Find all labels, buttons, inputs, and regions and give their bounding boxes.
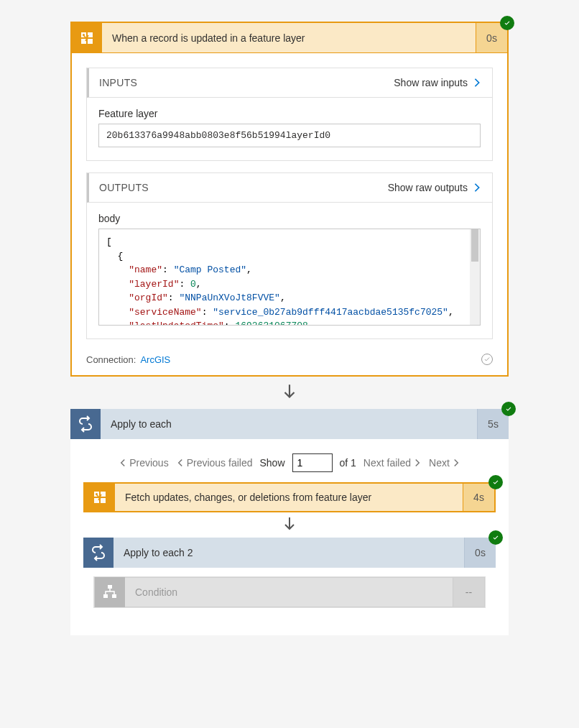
pager-previous-failed[interactable]: Previous failed xyxy=(176,457,253,469)
trigger-body: INPUTS Show raw inputs Feature layer 20b… xyxy=(72,53,507,354)
condition-card[interactable]: Condition -- xyxy=(93,576,486,608)
outputs-label: OUTPUTS xyxy=(99,182,388,193)
success-badge xyxy=(488,475,503,489)
trigger-header[interactable]: When a record is updated in a feature la… xyxy=(72,23,507,53)
iteration-pager: Previous Previous failed Show of 1 Next … xyxy=(83,449,496,482)
loop-body: Previous Previous failed Show of 1 Next … xyxy=(70,439,509,635)
arcgis-icon xyxy=(72,23,102,53)
pager-next-failed[interactable]: Next failed xyxy=(363,457,422,469)
inputs-section: INPUTS Show raw inputs Feature layer 20b… xyxy=(86,68,493,161)
checkmark-icon xyxy=(491,478,500,487)
success-badge xyxy=(488,530,503,545)
chevron-left-icon xyxy=(119,459,127,467)
connection-row: Connection: ArcGIS xyxy=(72,354,507,375)
loop2-body: Condition -- xyxy=(83,568,496,618)
condition-icon xyxy=(95,577,125,607)
connection-link[interactable]: ArcGIS xyxy=(140,354,170,365)
checkmark-icon xyxy=(491,533,500,542)
pager-previous[interactable]: Previous xyxy=(119,457,168,469)
json-body-preview[interactable]: [ { "name": "Camp Posted", "layerId": 0,… xyxy=(98,229,481,326)
chevron-right-icon xyxy=(472,183,482,193)
chevron-right-icon xyxy=(472,78,482,88)
show-raw-inputs-link[interactable]: Show raw inputs xyxy=(394,77,482,88)
loop2-header[interactable]: Apply to each 2 0s xyxy=(83,538,496,568)
chevron-right-icon xyxy=(452,459,460,467)
pager-show-label: Show xyxy=(259,457,284,469)
svg-rect-2 xyxy=(108,585,112,589)
svg-rect-3 xyxy=(103,594,108,598)
pager-page-input[interactable] xyxy=(292,453,333,472)
svg-rect-4 xyxy=(112,594,116,598)
fetch-header[interactable]: Fetch updates, changes, or deletions fro… xyxy=(83,482,496,512)
outputs-header: OUTPUTS Show raw outputs xyxy=(87,173,492,203)
flow-arrow xyxy=(280,382,299,403)
trigger-card[interactable]: When a record is updated in a feature la… xyxy=(70,22,509,377)
arcgis-icon xyxy=(85,482,115,512)
loop-title: Apply to each xyxy=(101,418,477,430)
chevron-right-icon xyxy=(413,459,422,467)
inputs-label: INPUTS xyxy=(99,77,394,88)
success-badge xyxy=(501,402,516,416)
loop2-title: Apply to each 2 xyxy=(114,547,464,558)
loop-icon xyxy=(83,538,114,568)
connection-ok-icon xyxy=(481,354,493,365)
condition-duration: -- xyxy=(453,578,484,607)
trigger-title: When a record is updated in a feature la… xyxy=(102,32,476,44)
loop-icon xyxy=(70,409,101,439)
apply-to-each-card[interactable]: Apply to each 5s Previous Previous faile… xyxy=(70,409,509,635)
connection-label: Connection: xyxy=(86,354,136,365)
chevron-left-icon xyxy=(176,459,185,467)
show-raw-outputs-link[interactable]: Show raw outputs xyxy=(388,182,482,193)
checkmark-icon xyxy=(503,19,511,27)
fetch-title: Fetch updates, changes, or deletions fro… xyxy=(115,492,463,503)
feature-layer-label: Feature layer xyxy=(98,108,481,119)
inputs-header: INPUTS Show raw inputs xyxy=(87,68,492,98)
pager-next[interactable]: Next xyxy=(429,457,460,469)
success-badge xyxy=(500,16,514,30)
checkmark-icon xyxy=(504,405,513,413)
pager-of-label: of 1 xyxy=(340,457,356,469)
apply-to-each-2-card[interactable]: Apply to each 2 0s Condition -- xyxy=(83,538,496,618)
loop-header[interactable]: Apply to each 5s xyxy=(70,409,509,439)
flow-run-view: When a record is updated in a feature la… xyxy=(0,22,579,635)
show-raw-inputs-text: Show raw inputs xyxy=(394,77,468,88)
fetch-updates-card[interactable]: Fetch updates, changes, or deletions fro… xyxy=(83,482,496,512)
body-label: body xyxy=(98,213,481,224)
show-raw-outputs-text: Show raw outputs xyxy=(388,182,468,193)
flow-arrow xyxy=(83,515,496,535)
feature-layer-value: 20b613376a9948abb0803e8f56b51994layerId0 xyxy=(98,124,481,147)
fetch-duration: 4s xyxy=(463,484,494,511)
condition-title: Condition xyxy=(125,586,453,598)
outputs-section: OUTPUTS Show raw outputs body [ { "name"… xyxy=(86,172,493,339)
